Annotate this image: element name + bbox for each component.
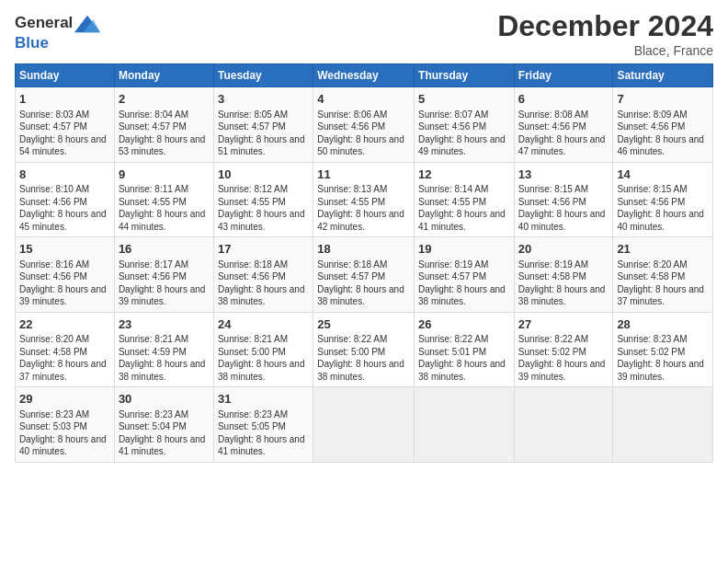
logo-line1: General <box>15 13 100 35</box>
table-row: 26Sunrise: 8:22 AMSunset: 5:01 PMDayligh… <box>415 312 515 387</box>
table-row: 9Sunrise: 8:11 AMSunset: 4:55 PMDaylight… <box>114 162 213 237</box>
page-container: General Blue December 2024 Blace, France… <box>0 0 728 472</box>
table-row: 6Sunrise: 8:08 AMSunset: 4:56 PMDaylight… <box>514 87 613 163</box>
col-tuesday: Tuesday <box>213 64 313 87</box>
calendar-header-row: Sunday Monday Tuesday Wednesday Thursday… <box>16 64 713 87</box>
logo-icon <box>74 13 100 35</box>
table-row: 25Sunrise: 8:22 AMSunset: 5:00 PMDayligh… <box>313 312 415 387</box>
col-saturday: Saturday <box>613 64 713 87</box>
table-row: 29Sunrise: 8:23 AMSunset: 5:03 PMDayligh… <box>16 387 115 463</box>
table-row: 19Sunrise: 8:19 AMSunset: 4:57 PMDayligh… <box>415 237 515 313</box>
table-row: 17Sunrise: 8:18 AMSunset: 4:56 PMDayligh… <box>213 237 313 313</box>
table-row: 14Sunrise: 8:15 AMSunset: 4:56 PMDayligh… <box>613 162 713 237</box>
table-row: 3Sunrise: 8:05 AMSunset: 4:57 PMDaylight… <box>213 87 313 163</box>
table-row: 8Sunrise: 8:10 AMSunset: 4:56 PMDaylight… <box>16 162 115 237</box>
table-row <box>415 387 515 463</box>
table-row: 2Sunrise: 8:04 AMSunset: 4:57 PMDaylight… <box>114 87 213 163</box>
table-row <box>514 387 613 463</box>
table-row: 16Sunrise: 8:17 AMSunset: 4:56 PMDayligh… <box>114 237 213 313</box>
table-row: 15Sunrise: 8:16 AMSunset: 4:56 PMDayligh… <box>16 237 115 313</box>
table-row: 1Sunrise: 8:03 AMSunset: 4:57 PMDaylight… <box>16 87 115 163</box>
table-row <box>613 387 713 463</box>
col-monday: Monday <box>114 64 213 87</box>
col-friday: Friday <box>514 64 613 87</box>
col-thursday: Thursday <box>415 64 515 87</box>
table-row: 30Sunrise: 8:23 AMSunset: 5:04 PMDayligh… <box>114 387 213 463</box>
table-row: 18Sunrise: 8:18 AMSunset: 4:57 PMDayligh… <box>313 237 415 313</box>
table-row: 11Sunrise: 8:13 AMSunset: 4:55 PMDayligh… <box>313 162 415 237</box>
table-row: 10Sunrise: 8:12 AMSunset: 4:55 PMDayligh… <box>213 162 313 237</box>
month-title: December 2024 <box>497 9 713 43</box>
table-row <box>313 387 415 463</box>
table-row: 7Sunrise: 8:09 AMSunset: 4:56 PMDaylight… <box>613 87 713 163</box>
logo: General Blue <box>15 13 100 52</box>
title-block: December 2024 Blace, France <box>497 9 713 58</box>
col-sunday: Sunday <box>16 64 115 87</box>
table-row: 12Sunrise: 8:14 AMSunset: 4:55 PMDayligh… <box>415 162 515 237</box>
location: Blace, France <box>497 43 713 58</box>
calendar-table: Sunday Monday Tuesday Wednesday Thursday… <box>15 63 713 463</box>
table-row: 4Sunrise: 8:06 AMSunset: 4:56 PMDaylight… <box>313 87 415 163</box>
table-row: 27Sunrise: 8:22 AMSunset: 5:02 PMDayligh… <box>514 312 613 387</box>
table-row: 23Sunrise: 8:21 AMSunset: 4:59 PMDayligh… <box>114 312 213 387</box>
header: General Blue December 2024 Blace, France <box>15 9 713 58</box>
table-row: 5Sunrise: 8:07 AMSunset: 4:56 PMDaylight… <box>415 87 515 163</box>
table-row: 24Sunrise: 8:21 AMSunset: 5:00 PMDayligh… <box>213 312 313 387</box>
table-row: 22Sunrise: 8:20 AMSunset: 4:58 PMDayligh… <box>16 312 115 387</box>
table-row: 20Sunrise: 8:19 AMSunset: 4:58 PMDayligh… <box>514 237 613 313</box>
table-row: 13Sunrise: 8:15 AMSunset: 4:56 PMDayligh… <box>514 162 613 237</box>
table-row: 31Sunrise: 8:23 AMSunset: 5:05 PMDayligh… <box>213 387 313 463</box>
table-row: 28Sunrise: 8:23 AMSunset: 5:02 PMDayligh… <box>613 312 713 387</box>
table-row: 21Sunrise: 8:20 AMSunset: 4:58 PMDayligh… <box>613 237 713 313</box>
logo-line2: Blue <box>15 35 100 52</box>
col-wednesday: Wednesday <box>313 64 415 87</box>
